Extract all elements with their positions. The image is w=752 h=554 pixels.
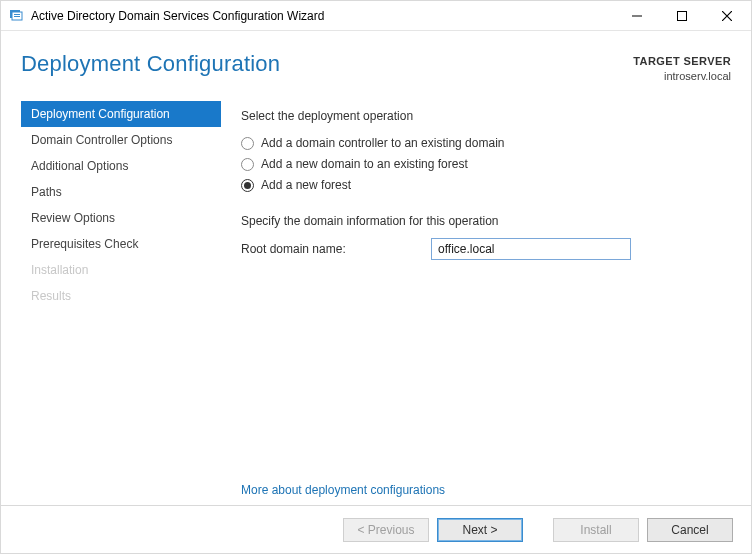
previous-button: < Previous bbox=[343, 518, 429, 542]
step-label: Paths bbox=[31, 185, 62, 199]
specify-domain-info-label: Specify the domain information for this … bbox=[241, 214, 727, 228]
step-review-options[interactable]: Review Options bbox=[21, 205, 221, 231]
target-server-block: TARGET SERVER introserv.local bbox=[633, 51, 731, 85]
radio-add-new-forest[interactable]: Add a new forest bbox=[241, 175, 727, 196]
root-domain-name-label: Root domain name: bbox=[241, 242, 431, 256]
titlebar: Active Directory Domain Services Configu… bbox=[1, 1, 751, 31]
minimize-button[interactable] bbox=[614, 1, 659, 30]
step-label: Results bbox=[31, 289, 71, 303]
step-prerequisites-check[interactable]: Prerequisites Check bbox=[21, 231, 221, 257]
cancel-button[interactable]: Cancel bbox=[647, 518, 733, 542]
radio-add-dc-existing-domain[interactable]: Add a domain controller to an existing d… bbox=[241, 133, 727, 154]
select-operation-label: Select the deployment operation bbox=[241, 109, 727, 123]
radio-label: Add a domain controller to an existing d… bbox=[261, 136, 504, 150]
radio-icon bbox=[241, 158, 254, 171]
radio-label: Add a new forest bbox=[261, 178, 351, 192]
root-domain-name-input[interactable] bbox=[431, 238, 631, 260]
more-about-link[interactable]: More about deployment configurations bbox=[241, 483, 445, 497]
step-additional-options[interactable]: Additional Options bbox=[21, 153, 221, 179]
target-server-name: introserv.local bbox=[633, 69, 731, 84]
root-domain-row: Root domain name: bbox=[241, 238, 727, 260]
svg-rect-5 bbox=[677, 11, 686, 20]
radio-label: Add a new domain to an existing forest bbox=[261, 157, 468, 171]
target-server-label: TARGET SERVER bbox=[633, 54, 731, 69]
close-button[interactable] bbox=[704, 1, 749, 30]
radio-icon bbox=[241, 179, 254, 192]
step-results: Results bbox=[21, 283, 221, 309]
step-deployment-configuration[interactable]: Deployment Configuration bbox=[21, 101, 221, 127]
deployment-operation-radio-group: Add a domain controller to an existing d… bbox=[241, 133, 727, 196]
radio-icon bbox=[241, 137, 254, 150]
window-title: Active Directory Domain Services Configu… bbox=[31, 9, 324, 23]
maximize-button[interactable] bbox=[659, 1, 704, 30]
step-paths[interactable]: Paths bbox=[21, 179, 221, 205]
radio-add-domain-existing-forest[interactable]: Add a new domain to an existing forest bbox=[241, 154, 727, 175]
step-label: Deployment Configuration bbox=[31, 107, 170, 121]
svg-rect-2 bbox=[14, 14, 20, 15]
wizard-footer: < Previous Next > Install Cancel bbox=[1, 505, 751, 553]
app-icon bbox=[9, 8, 25, 24]
header: Deployment Configuration TARGET SERVER i… bbox=[1, 31, 751, 99]
step-domain-controller-options[interactable]: Domain Controller Options bbox=[21, 127, 221, 153]
step-label: Review Options bbox=[31, 211, 115, 225]
step-label: Prerequisites Check bbox=[31, 237, 138, 251]
svg-rect-3 bbox=[14, 16, 20, 17]
wizard-steps-sidebar: Deployment Configuration Domain Controll… bbox=[21, 99, 221, 515]
svg-rect-4 bbox=[632, 15, 642, 16]
step-label: Additional Options bbox=[31, 159, 128, 173]
page-title: Deployment Configuration bbox=[21, 51, 280, 77]
next-button[interactable]: Next > bbox=[437, 518, 523, 542]
step-label: Domain Controller Options bbox=[31, 133, 172, 147]
content-panel: Select the deployment operation Add a do… bbox=[221, 99, 731, 515]
install-button: Install bbox=[553, 518, 639, 542]
step-installation: Installation bbox=[21, 257, 221, 283]
step-label: Installation bbox=[31, 263, 88, 277]
